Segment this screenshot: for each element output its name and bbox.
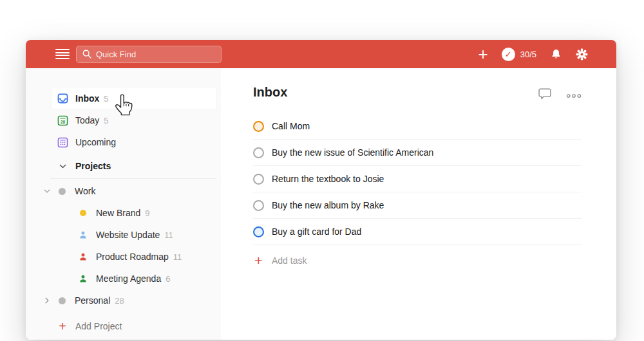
- project-color-dot: [56, 188, 68, 195]
- project-color-dot: [77, 210, 89, 216]
- sidebar-project-product-roadmap[interactable]: Product Roadmap 11: [26, 246, 221, 268]
- project-label: Meeting Agenda: [96, 273, 161, 284]
- sidebar-item-count: 5: [104, 116, 108, 125]
- project-count: 11: [164, 230, 173, 240]
- inbox-icon: [57, 93, 68, 104]
- karma-check-icon: ✓: [502, 48, 515, 61]
- task-row: Buy the new album by Rake: [253, 192, 582, 219]
- sidebar-item-inbox[interactable]: Inbox 5: [52, 88, 216, 109]
- topbar-actions: + ✓ 30/5: [478, 47, 589, 61]
- hamburger-menu-icon[interactable]: [55, 49, 70, 59]
- project-label: Product Roadmap: [96, 252, 169, 262]
- settings-gear-icon[interactable]: [576, 48, 588, 60]
- quick-find-search-input[interactable]: Quick Find: [76, 46, 222, 63]
- svg-text:28: 28: [60, 119, 65, 124]
- karma-score[interactable]: ✓ 30/5: [502, 48, 536, 61]
- sidebar-item-count: 5: [104, 94, 108, 104]
- sidebar-project-work[interactable]: Work: [26, 180, 221, 202]
- sidebar: Inbox 5 28 Today 5: [26, 68, 221, 340]
- project-label: New Brand: [96, 208, 140, 218]
- project-color-dot: [56, 297, 68, 304]
- task-checkbox[interactable]: [253, 174, 264, 185]
- sidebar-item-today[interactable]: 28 Today 5: [26, 109, 221, 131]
- add-project-label: Add Project: [75, 321, 122, 331]
- project-label: Website Update: [96, 230, 160, 240]
- chevron-down-icon[interactable]: [41, 187, 53, 195]
- task-title[interactable]: Buy a gift card for Dad: [272, 226, 361, 237]
- add-task-quick-icon[interactable]: +: [478, 47, 488, 61]
- calendar-today-icon: 28: [57, 115, 68, 126]
- check-glyph: ✓: [505, 50, 512, 59]
- task-title[interactable]: Buy the new album by Rake: [272, 200, 384, 210]
- task-row: Buy the new issue of Scientific American: [253, 140, 582, 166]
- search-placeholder: Quick Find: [96, 50, 136, 59]
- task-row: Call Mom: [253, 113, 582, 140]
- sidebar-item-label: Today: [75, 115, 99, 125]
- task-checkbox[interactable]: [253, 121, 264, 132]
- task-title[interactable]: Return the textbook to Josie: [272, 174, 384, 184]
- page-title: Inbox: [253, 85, 287, 100]
- notifications-bell-icon[interactable]: [550, 48, 562, 60]
- project-label: Personal: [75, 295, 110, 306]
- sidebar-item-upcoming[interactable]: Upcoming: [26, 131, 221, 153]
- task-checkbox[interactable]: [253, 226, 264, 237]
- sidebar-item-label: Upcoming: [75, 137, 116, 147]
- task-row: Return the textbook to Josie: [253, 166, 582, 192]
- sidebar-divider: [50, 178, 216, 179]
- add-task-label: Add task: [272, 255, 307, 266]
- chevron-right-icon[interactable]: [41, 297, 53, 304]
- shared-project-person-icon: [77, 230, 89, 239]
- project-count: 6: [166, 274, 170, 284]
- project-label: Work: [75, 186, 95, 196]
- task-checkbox[interactable]: [253, 200, 264, 211]
- shared-project-person-icon: [77, 274, 89, 283]
- project-count: 9: [145, 208, 149, 218]
- calendar-upcoming-icon: [57, 137, 68, 148]
- karma-score-text: 30/5: [520, 50, 536, 59]
- task-title[interactable]: Call Mom: [272, 121, 310, 131]
- chevron-down-icon: [57, 162, 68, 170]
- sidebar-item-label: Inbox: [75, 93, 99, 104]
- project-count: 11: [173, 252, 182, 262]
- plus-icon: +: [57, 319, 68, 334]
- add-project-button[interactable]: + Add Project: [26, 315, 221, 337]
- todoist-window: Quick Find + ✓ 30/5: [26, 40, 616, 340]
- plus-icon: +: [253, 253, 264, 268]
- sidebar-project-personal[interactable]: Personal 28: [26, 290, 221, 311]
- top-bar: Quick Find + ✓ 30/5: [26, 40, 616, 68]
- desktop-background: Quick Find + ✓ 30/5: [0, 0, 644, 341]
- task-checkbox[interactable]: [253, 147, 264, 158]
- shared-project-person-icon: [77, 252, 89, 261]
- task-list-panel: Inbox: [221, 68, 616, 340]
- project-count: 28: [115, 296, 124, 306]
- sidebar-project-website-update[interactable]: Website Update 11: [26, 224, 221, 246]
- projects-header-label: Projects: [75, 161, 111, 171]
- comments-icon[interactable]: [538, 88, 552, 103]
- more-options-icon[interactable]: [566, 89, 582, 101]
- add-task-button[interactable]: + Add task: [253, 245, 582, 276]
- sidebar-project-meeting-agenda[interactable]: Meeting Agenda 6: [26, 268, 221, 290]
- search-icon: [82, 50, 91, 59]
- task-row: Buy a gift card for Dad: [253, 219, 582, 245]
- task-title[interactable]: Buy the new issue of Scientific American: [272, 147, 433, 158]
- sidebar-project-new-brand[interactable]: New Brand 9: [26, 202, 221, 224]
- sidebar-projects-header[interactable]: Projects: [26, 155, 221, 177]
